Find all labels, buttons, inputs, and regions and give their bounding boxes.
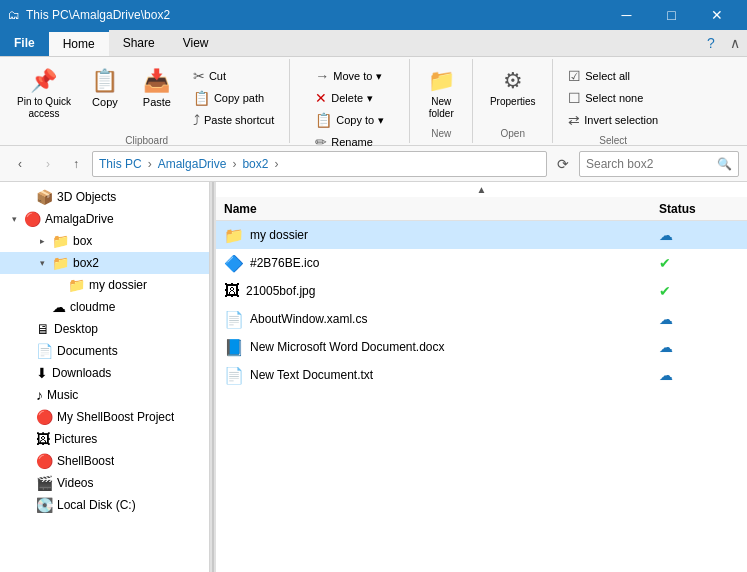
file-name: New Microsoft Word Document.docx (250, 340, 653, 354)
clipboard-group-label: Clipboard (125, 133, 168, 146)
tab-share[interactable]: Share (109, 30, 169, 56)
tab-view[interactable]: View (169, 30, 223, 56)
delete-button[interactable]: ✕ Delete ▾ (310, 87, 389, 109)
sidebar-item[interactable]: 🖼 Pictures (0, 428, 209, 450)
ribbon-content: 📌 Pin to Quickaccess 📋 Copy 📥 Paste ✂ Cu… (0, 57, 747, 145)
move-to-arrow: ▾ (376, 70, 382, 83)
file-item[interactable]: 📘 New Microsoft Word Document.docx ☁ (216, 333, 747, 361)
sidebar-item[interactable]: 🎬 Videos (0, 472, 209, 494)
paste-button[interactable]: 📥 Paste (132, 63, 182, 113)
col-name: Name (224, 202, 659, 216)
status-cloud-icon: ☁ (659, 367, 673, 383)
ribbon-group-open: ⚙ Properties Open (473, 59, 553, 143)
vertical-divider (210, 182, 216, 572)
select-all-button[interactable]: ☑ Select all (563, 65, 663, 87)
delete-label: Delete (331, 92, 363, 104)
file-item[interactable]: 📄 AboutWindow.xaml.cs ☁ (216, 305, 747, 333)
help-button[interactable]: ? (699, 31, 723, 55)
sidebar-item[interactable]: ♪ Music (0, 384, 209, 406)
title-bar-icon: 🗂 (8, 8, 20, 22)
copy-path-label: Copy path (214, 92, 264, 104)
cut-button[interactable]: ✂ Cut (188, 65, 279, 87)
new-folder-button[interactable]: 📁 Newfolder (416, 63, 466, 125)
file-item[interactable]: 📁 my dossier ☁ (216, 221, 747, 249)
path-box2[interactable]: box2 (242, 157, 268, 171)
close-button[interactable]: ✕ (694, 0, 739, 30)
path-amalgadrive[interactable]: AmalgaDrive (158, 157, 227, 171)
sidebar-item[interactable]: ▾ 🔴 AmalgaDrive (0, 208, 209, 230)
expand-arrow (20, 411, 32, 423)
rename-button[interactable]: ✏ Rename (310, 131, 389, 153)
pin-quick-access-button[interactable]: 📌 Pin to Quickaccess (10, 63, 78, 125)
item-icon: ♪ (36, 387, 43, 403)
tab-file[interactable]: File (0, 30, 49, 56)
paste-icon: 📥 (143, 68, 170, 94)
expand-arrow: ▸ (36, 235, 48, 247)
sidebar-item[interactable]: 📄 Documents (0, 340, 209, 362)
item-label: Downloads (52, 366, 111, 380)
maximize-button[interactable]: □ (649, 0, 694, 30)
properties-icon: ⚙ (503, 68, 523, 94)
cut-icon: ✂ (193, 68, 205, 84)
open-group-label: Open (501, 126, 525, 139)
expand-arrow (20, 367, 32, 379)
copy-path-button[interactable]: 📋 Copy path (188, 87, 279, 109)
select-none-button[interactable]: ☐ Select none (563, 87, 663, 109)
sidebar-item[interactable]: ▾ 📁 box2 (0, 252, 209, 274)
item-icon: 🔴 (36, 453, 53, 469)
sidebar-item[interactable]: ☁ cloudme (0, 296, 209, 318)
address-path[interactable]: This PC › AmalgaDrive › box2 › (92, 151, 547, 177)
minimize-button[interactable]: ─ (604, 0, 649, 30)
sidebar-item[interactable]: ⬇ Downloads (0, 362, 209, 384)
invert-selection-button[interactable]: ⇄ Invert selection (563, 109, 663, 131)
file-item[interactable]: 🖼 21005bof.jpg ✔ (216, 277, 747, 305)
file-status: ☁ (659, 339, 739, 355)
sidebar-item[interactable]: ▸ 📁 box (0, 230, 209, 252)
new-folder-icon: 📁 (428, 68, 455, 94)
sidebar-item[interactable]: 📦 3D Objects (0, 186, 209, 208)
collapse-ribbon-button[interactable]: ∧ (723, 31, 747, 55)
address-bar: ‹ › ↑ This PC › AmalgaDrive › box2 › ⟳ 🔍 (0, 146, 747, 182)
file-status: ✔ (659, 255, 739, 271)
file-icon: 📁 (224, 226, 244, 245)
select-all-label: Select all (585, 70, 630, 82)
up-button[interactable]: ↑ (64, 152, 88, 176)
move-to-button[interactable]: → Move to ▾ (310, 65, 389, 87)
organize-small-group: → Move to ▾ ✕ Delete ▾ 📋 Copy to ▾ (306, 63, 393, 155)
expand-arrow (20, 345, 32, 357)
item-icon: ☁ (52, 299, 66, 315)
sidebar-item[interactable]: 💽 Local Disk (C:) (0, 494, 209, 516)
expand-arrow (20, 389, 32, 401)
search-input[interactable] (586, 157, 713, 171)
item-icon: ⬇ (36, 365, 48, 381)
item-label: Pictures (54, 432, 97, 446)
properties-button[interactable]: ⚙ Properties (483, 63, 543, 112)
copy-to-button[interactable]: 📋 Copy to ▾ (310, 109, 389, 131)
sidebar-item[interactable]: 📁 my dossier (0, 274, 209, 296)
sidebar-item[interactable]: 🖥 Desktop (0, 318, 209, 340)
item-icon: 📁 (68, 277, 85, 293)
refresh-button[interactable]: ⟳ (551, 152, 575, 176)
select-none-icon: ☐ (568, 90, 581, 106)
back-button[interactable]: ‹ (8, 152, 32, 176)
scroll-up-arrow[interactable]: ▲ (216, 182, 747, 197)
search-icon: 🔍 (717, 157, 732, 171)
paste-shortcut-button[interactable]: ⤴ Paste shortcut (188, 109, 279, 131)
item-icon: 🖥 (36, 321, 50, 337)
file-item[interactable]: 🔷 #2B76BE.ico ✔ (216, 249, 747, 277)
file-item[interactable]: 📄 New Text Document.txt ☁ (216, 361, 747, 389)
delete-arrow: ▾ (367, 92, 373, 105)
file-icon: 🔷 (224, 254, 244, 273)
forward-button[interactable]: › (36, 152, 60, 176)
title-bar-controls: ─ □ ✕ (604, 0, 739, 30)
file-name: #2B76BE.ico (250, 256, 653, 270)
sidebar-item[interactable]: 🔴 ShellBoost (0, 450, 209, 472)
item-icon: 🎬 (36, 475, 53, 491)
path-this-pc[interactable]: This PC (99, 157, 142, 171)
status-cloud-icon: ☁ (659, 339, 673, 355)
tab-home[interactable]: Home (49, 30, 109, 56)
copy-button[interactable]: 📋 Copy (80, 63, 130, 113)
path-sep-1: › (148, 157, 152, 171)
file-list-header: Name Status (216, 197, 747, 221)
sidebar-item[interactable]: 🔴 My ShellBoost Project (0, 406, 209, 428)
